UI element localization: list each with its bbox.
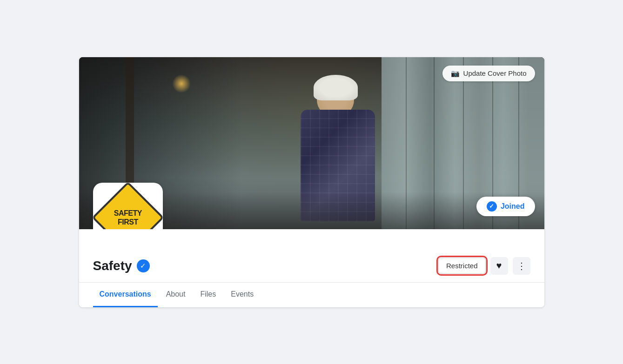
action-buttons: Restricted ♥ ⋮: [438, 257, 530, 275]
group-page: 📷 Update Cover Photo ✓ Joined SAFETY FIR…: [79, 57, 544, 307]
heart-button[interactable]: ♥: [490, 257, 508, 275]
group-name-area: Safety ✓: [93, 258, 150, 273]
group-logo: SAFETY FIRST: [93, 183, 163, 229]
nav-tabs: Conversations About Files Events: [79, 282, 544, 307]
safety-text: SAFETY FIRST: [114, 208, 141, 226]
joined-label: Joined: [501, 202, 525, 211]
cover-photo-area: 📷 Update Cover Photo ✓ Joined SAFETY FIR…: [79, 57, 544, 229]
camera-icon: 📷: [451, 69, 460, 78]
joined-button[interactable]: ✓ Joined: [476, 197, 535, 216]
profile-logo-section: SAFETY FIRST: [93, 183, 163, 229]
update-cover-button[interactable]: 📷 Update Cover Photo: [442, 66, 535, 81]
safety-diamond-icon: SAFETY FIRST: [93, 183, 163, 229]
tab-conversations[interactable]: Conversations: [93, 283, 158, 307]
more-options-button[interactable]: ⋮: [513, 257, 530, 275]
restricted-button[interactable]: Restricted: [438, 258, 486, 274]
group-name: Safety: [93, 258, 132, 273]
tab-files[interactable]: Files: [194, 283, 222, 307]
light-source: [172, 74, 191, 93]
tab-about[interactable]: About: [160, 283, 192, 307]
tab-events[interactable]: Events: [224, 283, 260, 307]
hardhat: [314, 75, 358, 100]
verified-badge-icon: ✓: [137, 259, 150, 272]
heart-icon: ♥: [496, 260, 502, 271]
more-icon: ⋮: [517, 260, 526, 271]
update-cover-label: Update Cover Photo: [463, 69, 527, 77]
joined-check-icon: ✓: [487, 201, 497, 212]
info-bar: Safety ✓ Restricted ♥ ⋮: [79, 229, 544, 275]
